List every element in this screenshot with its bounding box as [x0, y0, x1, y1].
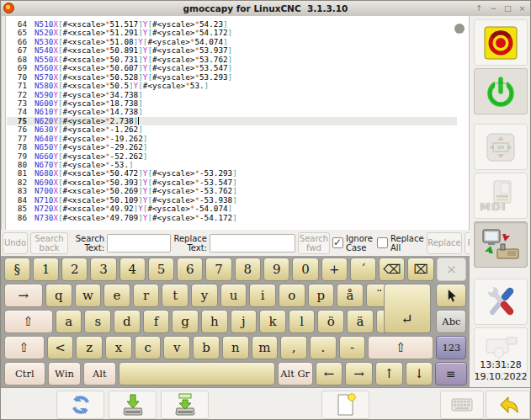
- key-6[interactable]: 6: [177, 258, 203, 281]
- key-i[interactable]: i: [249, 284, 276, 307]
- win-key[interactable]: Win: [48, 362, 81, 385]
- titlebar: gmoccapy for LinuxCNC 3.1.3.10 ↑ − □ ×: [1, 1, 530, 17]
- minimize-button[interactable]: −: [489, 3, 498, 13]
- search-input[interactable]: [107, 234, 171, 253]
- key-d[interactable]: d: [114, 310, 141, 333]
- estop-button[interactable]: [474, 19, 528, 66]
- key-,[interactable]: ,: [280, 336, 307, 359]
- key-t[interactable]: t: [162, 284, 189, 307]
- capslock-key[interactable]: ⇧: [4, 310, 53, 333]
- key-m[interactable]: m: [252, 336, 279, 359]
- shade-button[interactable]: ↑: [475, 3, 484, 13]
- mdi-mode-button[interactable]: MDI: [474, 173, 528, 219]
- backspace-key[interactable]: ⌫: [379, 258, 405, 281]
- key-5[interactable]: 5: [148, 258, 174, 281]
- gcode-text: 64N510X[#<xscale>*51.517]Y[#<yscale>*54.…: [7, 20, 457, 222]
- right-shift-key[interactable]: ⇧: [368, 336, 433, 359]
- reload-button[interactable]: [56, 391, 104, 419]
- alt-key[interactable]: Alt: [83, 362, 116, 385]
- key--[interactable]: -: [339, 336, 366, 359]
- key-o[interactable]: o: [279, 284, 305, 307]
- keyboard-close-key[interactable]: ×: [437, 258, 467, 281]
- code-line[interactable]: 86N730X[#<xscale>*49.709]Y[#<yscale>*-54…: [7, 214, 457, 222]
- new-file-button[interactable]: [321, 391, 369, 419]
- key-e[interactable]: e: [104, 284, 130, 307]
- arrow-left-key[interactable]: ←: [316, 362, 343, 385]
- save-as-button[interactable]: [161, 391, 209, 419]
- key-9[interactable]: 9: [263, 258, 289, 281]
- pointer-key[interactable]: [436, 284, 466, 307]
- close-button[interactable]: ×: [518, 3, 527, 13]
- abc-layer-key[interactable]: Abc: [436, 310, 466, 333]
- replace-input[interactable]: [210, 234, 295, 253]
- maximize-button[interactable]: □: [503, 3, 512, 13]
- key-w[interactable]: w: [75, 284, 102, 307]
- key-q[interactable]: q: [45, 284, 72, 307]
- key-+[interactable]: +: [321, 258, 348, 281]
- delete-key[interactable]: ⌧: [407, 258, 433, 281]
- key-f[interactable]: f: [143, 310, 170, 333]
- key-h[interactable]: h: [201, 310, 228, 333]
- settings-button[interactable]: [474, 279, 528, 325]
- key-4[interactable]: 4: [119, 258, 146, 281]
- ctrl-key[interactable]: Ctrl: [4, 362, 46, 385]
- key-a[interactable]: a: [56, 310, 82, 333]
- ignore-case-checkbox[interactable]: [332, 237, 343, 248]
- key-x[interactable]: x: [105, 336, 132, 359]
- key-b[interactable]: b: [193, 336, 220, 359]
- arrow-right-key[interactable]: →: [345, 362, 373, 385]
- menu-key[interactable]: ≡: [435, 362, 466, 385]
- undo-button[interactable]: Undo: [3, 232, 28, 254]
- left-shift-key[interactable]: ⇧: [4, 336, 45, 359]
- key-y[interactable]: y: [191, 284, 218, 307]
- key-7[interactable]: 7: [205, 258, 231, 281]
- key-k[interactable]: k: [259, 310, 286, 333]
- search-back-button[interactable]: Search back: [30, 232, 68, 254]
- key-c[interactable]: c: [135, 336, 162, 359]
- key-1[interactable]: 1: [33, 258, 59, 281]
- key-´[interactable]: ´: [350, 258, 376, 281]
- auto-mode-button[interactable]: [474, 221, 528, 268]
- key-8[interactable]: 8: [235, 258, 261, 281]
- key-ö[interactable]: ö: [317, 310, 344, 333]
- jog-mode-button[interactable]: [474, 124, 528, 170]
- key-l[interactable]: l: [289, 310, 316, 333]
- key-.[interactable]: .: [310, 336, 337, 359]
- tab-key[interactable]: →: [4, 284, 43, 307]
- key-u[interactable]: u: [220, 284, 247, 307]
- key-v[interactable]: v: [163, 336, 190, 359]
- key-§[interactable]: §: [4, 258, 30, 281]
- altgr-key[interactable]: Alt Gr: [278, 362, 313, 385]
- key-j[interactable]: j: [231, 310, 258, 333]
- search-fwd-button[interactable]: Search fwd: [298, 232, 330, 254]
- key-<[interactable]: <: [47, 336, 74, 359]
- enter-key[interactable]: ↵: [384, 284, 431, 333]
- gcode-editor[interactable]: 64N510X[#<xscale>*51.517]Y[#<yscale>*54.…: [1, 16, 470, 230]
- arrow-up-key[interactable]: ↑: [375, 362, 403, 385]
- key-g[interactable]: g: [172, 310, 199, 333]
- key-2[interactable]: 2: [61, 258, 88, 281]
- key-r[interactable]: r: [133, 284, 160, 307]
- save-button[interactable]: [109, 391, 157, 419]
- key-0[interactable]: 0: [292, 258, 318, 281]
- replace-button[interactable]: Replace: [427, 232, 462, 254]
- key-3[interactable]: 3: [90, 258, 116, 281]
- space-key[interactable]: [119, 362, 275, 385]
- toggle-keyboard-button[interactable]: [440, 391, 484, 419]
- clock-date: 19.10.2022: [470, 371, 531, 383]
- arrow-down-key[interactable]: ↓: [406, 362, 433, 385]
- power-button[interactable]: [474, 68, 528, 114]
- key-p[interactable]: p: [308, 284, 335, 307]
- key-s[interactable]: s: [84, 310, 111, 333]
- keyboard-row: §1234567890+´⌫⌧×: [3, 258, 468, 281]
- key-å[interactable]: å: [337, 284, 364, 307]
- editor-left-scrollbar[interactable]: [1, 16, 6, 230]
- key-n[interactable]: n: [222, 336, 249, 359]
- numeric-layer-key[interactable]: 123: [436, 336, 466, 359]
- back-button[interactable]: [486, 391, 530, 419]
- key-ä[interactable]: ä: [347, 310, 374, 333]
- key-z[interactable]: z: [76, 336, 103, 359]
- replace-all-checkbox[interactable]: [377, 237, 388, 248]
- editor-scrollbar-thumb[interactable]: [454, 24, 465, 34]
- back-icon: [497, 394, 519, 416]
